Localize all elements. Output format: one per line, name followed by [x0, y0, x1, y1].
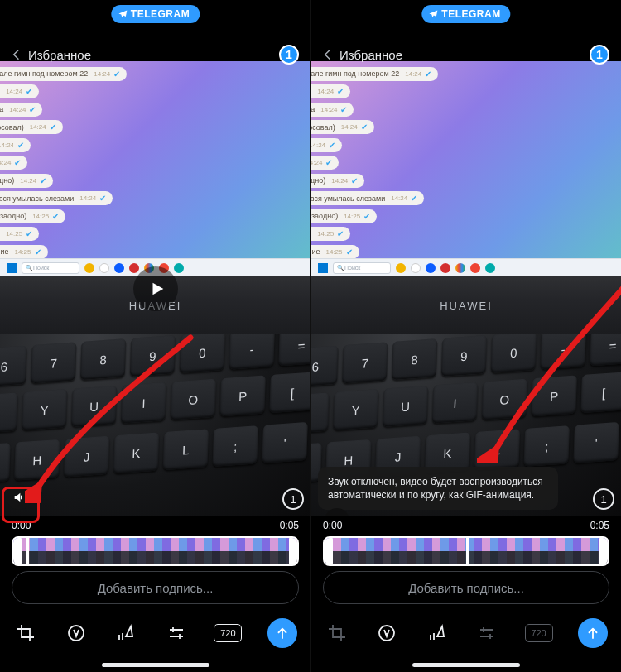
trim-playhead[interactable] — [466, 536, 469, 566]
send-button[interactable] — [267, 618, 297, 648]
media-index-badge[interactable]: 1 — [282, 488, 304, 510]
keyboard-key: 7 — [342, 342, 388, 383]
adjust-tool[interactable] — [164, 621, 189, 646]
chat-message-bubble: есть14:24✔ — [311, 156, 339, 170]
media-index-badge[interactable]: 1 — [593, 488, 614, 510]
trim-end-time: 0:05 — [590, 520, 609, 531]
trim-handle-left[interactable] — [323, 536, 333, 566]
keyboard-key: ' — [262, 422, 307, 463]
play-button[interactable] — [133, 266, 178, 311]
back-icon[interactable] — [323, 48, 336, 61]
trim-strip[interactable] — [12, 536, 299, 566]
chat-message-bubble: ообщение14:25✔ — [311, 245, 359, 259]
keyboard-key: I — [121, 382, 166, 424]
keyboard-key: ; — [523, 425, 569, 467]
keyboard-key: L — [163, 429, 209, 470]
yandex-icon — [470, 263, 480, 273]
crop-tool[interactable] — [13, 621, 38, 646]
keyboard-key: ' — [573, 422, 619, 463]
telegram-badge: TELEGRAM — [421, 5, 510, 23]
start-icon — [318, 263, 328, 273]
quality-selector[interactable]: 720 — [214, 624, 242, 642]
keyboard-key: 6 — [311, 346, 339, 387]
keyboard-key: H — [14, 439, 60, 481]
chat-message-bubble: проголосовал)14:24✔ — [311, 120, 374, 134]
trim-handle-right[interactable] — [289, 536, 299, 566]
keyboard-key: 9 — [441, 335, 487, 377]
taskbar-app-icon — [129, 263, 139, 273]
keyboard-key: O — [482, 379, 527, 420]
chat-message-bubble: адаю14:24✔ — [0, 138, 31, 152]
chat-message-bubble: прям я вся умылась слезами14:24✔ — [0, 191, 113, 205]
home-indicator[interactable] — [412, 663, 520, 667]
home-indicator[interactable] — [102, 663, 209, 667]
keyboard-key: 9 — [130, 335, 176, 377]
video-preview[interactable]: на портале гимн под номером 2214:24✔осов… — [0, 61, 310, 516]
draw-tool[interactable] — [425, 621, 450, 646]
taskbar-app-icon — [174, 263, 184, 273]
chat-message-bubble: вообще14:25✔ — [311, 227, 350, 241]
keyboard-key: [ — [580, 372, 621, 413]
text-tool[interactable] — [64, 621, 89, 646]
chat-title[interactable]: Избранное — [339, 48, 590, 62]
taskbar-app-icon — [114, 263, 124, 273]
keyboard-key: 8 — [392, 338, 437, 380]
keyboard-key: U — [383, 386, 428, 427]
chat-message-bubble: оло мощно)14:24✔ — [311, 174, 364, 188]
taskbar-search: 🔍 Поиск — [22, 262, 79, 274]
trim-start-time: 0:00 — [323, 520, 342, 531]
keyboard-key: K — [113, 432, 159, 473]
taskbar-app-icon — [411, 263, 421, 273]
laptop-lid: HUAWEI — [311, 276, 621, 334]
chat-message-bubble: на портале гимн под номером 2214:24✔ — [311, 67, 438, 81]
keyboard-key: 6 — [0, 346, 27, 387]
keyboard-key: - — [540, 334, 585, 370]
back-icon[interactable] — [12, 48, 25, 61]
caption-input[interactable]: Добавить подпись... — [12, 571, 299, 604]
speaker-icon — [12, 491, 26, 504]
chat-message-bubble: ообщение14:25✔ — [0, 245, 48, 259]
chat-message-bubble: от смеха14:24✔ — [0, 103, 42, 117]
taskbar-app-icon — [396, 263, 406, 273]
adjust-tool — [474, 621, 499, 646]
mute-tooltip: Звук отключен, видео будет воспроизводит… — [318, 467, 558, 510]
text-tool[interactable] — [374, 621, 399, 646]
keyboard-key: G — [0, 443, 11, 484]
trim-playhead[interactable] — [26, 536, 29, 566]
chat-message-bubble: осовая)14:24✔ — [0, 84, 39, 98]
keyboard-key: 0 — [180, 334, 225, 373]
keyboard-key: - — [229, 334, 274, 370]
keyboard-key: P — [531, 375, 576, 416]
trim-timeline[interactable]: 0:00 0:05 — [0, 520, 310, 566]
selection-count-badge: 1 — [590, 45, 609, 65]
taskbar-app-icon — [485, 263, 495, 273]
taskbar-app-icon — [440, 263, 450, 273]
mute-toggle-button[interactable] — [7, 485, 31, 510]
chat-message-bubble: осовая)14:24✔ — [311, 84, 350, 98]
trim-handle-left[interactable] — [12, 536, 22, 566]
draw-tool[interactable] — [113, 621, 138, 646]
keyboard-key: J — [64, 436, 109, 478]
crop-tool — [325, 621, 349, 646]
chat-message-bubble: прям я вся умылась слезами14:24✔ — [311, 191, 424, 205]
caption-placeholder: Добавить подпись... — [408, 581, 524, 595]
video-preview[interactable]: на портале гимн под номером 2214:24✔осов… — [311, 61, 621, 516]
keyboard-key: Y — [22, 389, 67, 430]
caption-input[interactable]: Добавить подпись... — [323, 571, 609, 604]
keyboard-key: ; — [212, 425, 258, 467]
trim-end-time: 0:05 — [280, 520, 299, 531]
editor-toolbar: 720 — [0, 612, 310, 654]
chat-message-bubble: оло мощно)14:24✔ — [0, 174, 53, 188]
chrome-icon — [455, 263, 465, 273]
keyboard-key: L — [474, 429, 520, 470]
trim-timeline[interactable]: 0:00 0:05 — [311, 520, 621, 566]
telegram-badge-label: TELEGRAM — [441, 8, 500, 20]
send-button[interactable] — [578, 618, 608, 648]
chat-message-bubble: вообще14:25✔ — [0, 227, 39, 241]
trim-strip[interactable] — [323, 536, 609, 566]
chat-bubble-column: на портале гимн под номером 2214:24✔осов… — [0, 61, 166, 276]
keyboard-key: 0 — [491, 334, 537, 373]
chat-title[interactable]: Избранное — [28, 48, 279, 62]
trim-start-time: 0:00 — [12, 520, 31, 531]
trim-handle-right[interactable] — [599, 536, 609, 566]
